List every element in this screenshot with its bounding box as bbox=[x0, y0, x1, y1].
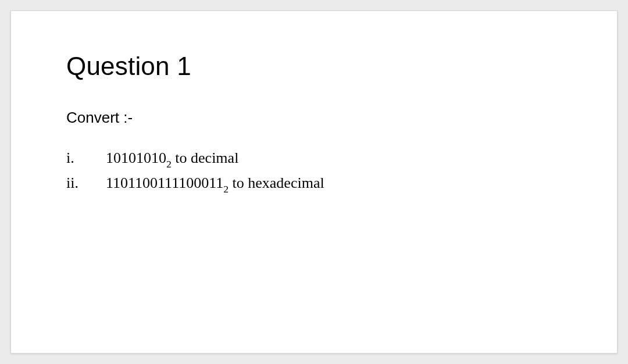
item-content: 101010102 to decimal bbox=[106, 147, 570, 172]
list-item: i. 101010102 to decimal bbox=[66, 147, 570, 172]
item-base: 2 bbox=[166, 158, 172, 170]
item-tail: to decimal bbox=[172, 149, 239, 166]
item-number: 1101100111100011 bbox=[106, 174, 223, 191]
item-list: i. 101010102 to decimal ii. 110110011110… bbox=[66, 147, 570, 196]
item-content: 11011001111000112 to hexadecimal bbox=[106, 172, 570, 197]
item-marker: ii. bbox=[66, 172, 106, 197]
convert-prompt: Convert :- bbox=[66, 109, 570, 127]
list-item: ii. 11011001111000112 to hexadecimal bbox=[66, 172, 570, 197]
item-marker: i. bbox=[66, 147, 106, 172]
slide-card: Question 1 Convert :- i. 101010102 to de… bbox=[10, 10, 618, 354]
item-tail: to hexadecimal bbox=[229, 174, 324, 191]
question-title: Question 1 bbox=[66, 52, 570, 81]
item-base: 2 bbox=[223, 183, 229, 195]
item-number: 10101010 bbox=[106, 149, 166, 166]
